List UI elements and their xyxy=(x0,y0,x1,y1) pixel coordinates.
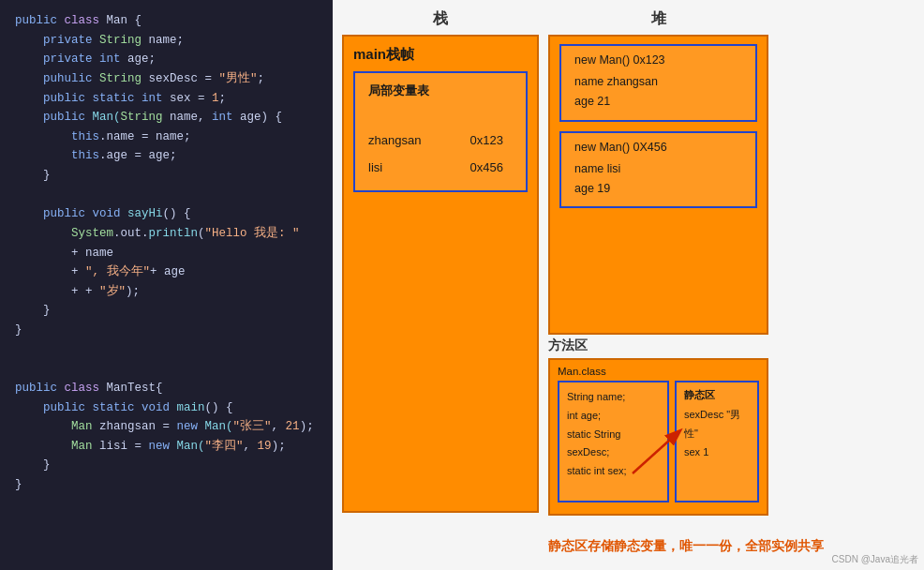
var-table: zhangsan 0x123 lisi 0x456 xyxy=(368,128,513,181)
code-line: } xyxy=(15,475,318,495)
code-line: public class ManTest{ xyxy=(15,379,318,398)
stack-section: 栈 main栈帧 局部变量表 zhangsan 0x123 lisi 0x456 xyxy=(342,9,539,506)
code-line: public class Man { xyxy=(15,11,318,31)
code-line: public Man(String name, int age) { xyxy=(15,108,318,128)
code-line xyxy=(15,340,318,360)
stack-title: 栈 xyxy=(342,9,539,29)
heap-obj2-fields: name lisiage 19 xyxy=(574,159,742,200)
bottom-text: 静态区存储静态变量，唯一一份，全部实例共享 xyxy=(548,538,824,555)
code-line xyxy=(15,186,318,205)
var-row-2: lisi 0x456 xyxy=(368,155,513,182)
code-content: public class Man { private String name; … xyxy=(15,11,318,495)
heap-obj1-header: new Man() 0x123 xyxy=(574,53,742,67)
code-line: + name xyxy=(15,244,318,263)
code-line xyxy=(15,359,318,379)
code-line: Man zhangsan = new Man("张三", 21); xyxy=(15,417,318,437)
code-line: private String name; xyxy=(15,31,318,51)
code-line: puhulic String sexDesc = "男性"; xyxy=(15,69,318,89)
var-val-2: 0x456 xyxy=(470,155,503,182)
arrow-svg xyxy=(623,422,698,478)
code-line: } xyxy=(15,321,318,340)
code-line: } xyxy=(15,166,318,186)
var-val-1: 0x123 xyxy=(470,128,503,155)
code-line: this.age = age; xyxy=(15,146,318,166)
heap-section: 堆 new Man() 0x123 name zhangsanage 21 ne… xyxy=(548,9,768,328)
code-line: } xyxy=(15,301,318,321)
heap-obj2-header: new Man() 0X456 xyxy=(574,141,742,154)
method-area-title: 方法区 xyxy=(548,338,768,354)
var-row-1: zhangsan 0x123 xyxy=(368,128,513,155)
code-line: + + "岁"); xyxy=(15,282,318,302)
code-line: public void sayHi() { xyxy=(15,204,318,224)
code-line: + ", 我今年"+ age xyxy=(15,262,318,282)
heap-obj1-fields: name zhangsanage 21 xyxy=(574,72,742,112)
code-line: Man lisi = new Man("李四", 19); xyxy=(15,437,318,457)
watermark: CSDN @Java追光者 xyxy=(832,553,918,566)
code-line: public static void main() { xyxy=(15,398,318,418)
code-line: private int age; xyxy=(15,50,318,69)
code-line: System.out.println("Hello 我是: " xyxy=(15,224,318,244)
code-line: this.name = name; xyxy=(15,128,318,147)
static-title: 静态区 xyxy=(684,388,750,402)
local-var-box: 局部变量表 zhangsan 0x123 lisi 0x456 xyxy=(353,71,528,192)
heap-obj-2: new Man() 0X456 name lisiage 19 xyxy=(559,131,757,209)
man-class-label: Man.class xyxy=(558,366,759,377)
heap-title: 堆 xyxy=(548,9,768,29)
stack-box: main栈帧 局部变量表 zhangsan 0x123 lisi 0x456 xyxy=(342,35,539,513)
var-name-2: lisi xyxy=(368,155,382,182)
diagram-panel: 栈 main栈帧 局部变量表 zhangsan 0x123 lisi 0x456 xyxy=(333,0,924,570)
heap-obj-1: new Man() 0x123 name zhangsanage 21 xyxy=(559,44,757,122)
svg-line-1 xyxy=(633,431,679,473)
code-panel: public class Man { private String name; … xyxy=(0,0,333,570)
heap-box: new Man() 0x123 name zhangsanage 21 new … xyxy=(548,35,768,335)
code-line: public static int sex = 1; xyxy=(15,89,318,109)
local-var-title: 局部变量表 xyxy=(368,82,513,99)
code-line: } xyxy=(15,456,318,475)
var-name-1: zhangsan xyxy=(368,128,421,155)
frame-title: main栈帧 xyxy=(353,46,528,64)
